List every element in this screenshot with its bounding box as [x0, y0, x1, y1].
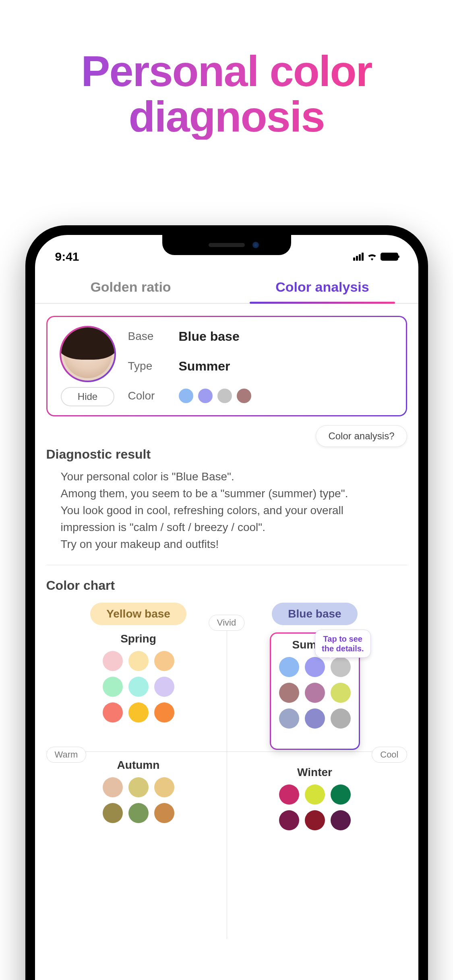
hero-title: Personal color diagnosis: [0, 48, 453, 140]
color-swatch: [305, 683, 325, 703]
color-swatch: [103, 651, 123, 671]
status-icons: [353, 253, 398, 261]
color-dot: [198, 389, 213, 403]
color-swatch: [279, 657, 299, 677]
tooltip: Tap to seethe details.: [315, 630, 370, 658]
diagnostic-result-text: Your personal color is "Blue Base". Amon…: [46, 462, 407, 565]
time-label: 9:41: [55, 250, 79, 264]
season-summer[interactable]: Tap to seethe details. Summer: [270, 632, 360, 750]
avatar[interactable]: [60, 326, 116, 382]
season-winter[interactable]: Winter: [271, 766, 359, 850]
avatar-column: Hide: [60, 326, 116, 406]
color-swatch: [128, 677, 149, 697]
base-value: Blue base: [179, 329, 394, 344]
season-spring[interactable]: Spring: [95, 632, 182, 743]
tab-golden-ratio[interactable]: Golden ratio: [35, 271, 227, 303]
color-swatch: [154, 803, 174, 823]
color-analysis-help-button[interactable]: Color analysis?: [316, 425, 407, 447]
tab-color-analysis[interactable]: Color analysis: [227, 271, 418, 303]
color-swatch: [305, 810, 325, 830]
color-swatch: [128, 651, 149, 671]
signal-icon: [353, 253, 364, 261]
blue-base-pill: Blue base: [272, 603, 357, 625]
color-swatch: [331, 683, 351, 703]
color-swatch: [279, 683, 299, 703]
color-swatch: [154, 702, 174, 723]
content: Hide Base Blue base Type Summer Color: [35, 304, 418, 863]
season-autumn[interactable]: Autumn: [95, 759, 182, 843]
color-chart: Vivid Warm Cool Yellow base Spring Autum…: [46, 603, 407, 850]
hide-button[interactable]: Hide: [61, 387, 114, 406]
color-swatch: [331, 708, 351, 729]
color-swatch: [331, 784, 351, 805]
blue-base-column: Blue base Tap to seethe details. Summer …: [227, 603, 403, 850]
tabs: Golden ratio Color analysis: [35, 271, 418, 304]
color-swatch: [154, 777, 174, 797]
color-swatch: [103, 702, 123, 723]
color-swatch: [128, 702, 149, 723]
yellow-base-pill: Yellow base: [90, 603, 186, 625]
type-label: Type: [128, 360, 168, 373]
notch: [162, 235, 291, 255]
color-swatch: [103, 777, 123, 797]
color-chart-title: Color chart: [46, 578, 407, 593]
color-swatch: [305, 708, 325, 729]
color-swatch: [103, 803, 123, 823]
color-dot: [237, 389, 251, 403]
color-swatch: [331, 810, 351, 830]
color-swatch: [154, 651, 174, 671]
result-card: Hide Base Blue base Type Summer Color: [46, 316, 407, 416]
color-swatch: [128, 777, 149, 797]
base-label: Base: [128, 330, 168, 343]
wifi-icon: [367, 253, 377, 261]
color-swatch: [128, 803, 149, 823]
color-swatch: [305, 784, 325, 805]
phone-screen: 9:41 Golden ratio Color analysis Hide: [35, 235, 418, 980]
diagnostic-result-title: Diagnostic result: [46, 447, 407, 462]
color-label: Color: [128, 389, 168, 402]
color-swatch: [103, 677, 123, 697]
type-value: Summer: [179, 359, 394, 374]
color-dot: [217, 389, 232, 403]
color-dots: [179, 389, 394, 403]
color-swatch: [279, 810, 299, 830]
phone-frame: 9:41 Golden ratio Color analysis Hide: [25, 225, 428, 980]
color-swatch: [279, 784, 299, 805]
info-grid: Base Blue base Type Summer Color: [128, 326, 394, 406]
color-swatch: [305, 657, 325, 677]
color-swatch: [279, 708, 299, 729]
battery-icon: [381, 253, 398, 261]
color-dot: [179, 389, 193, 403]
yellow-base-column: Yellow base Spring Autumn: [50, 603, 227, 850]
color-swatch: [154, 677, 174, 697]
